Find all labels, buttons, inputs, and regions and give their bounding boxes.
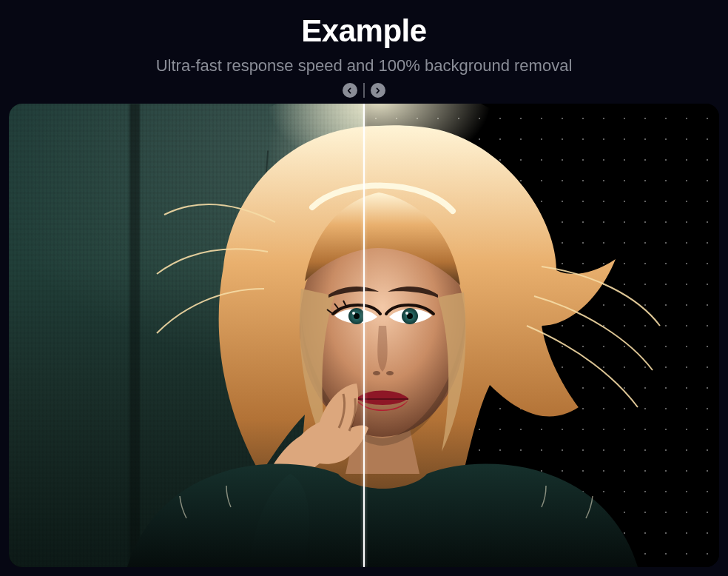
before-after-comparison[interactable]: [9, 104, 719, 567]
page-subtitle: Ultra-fast response speed and 100% backg…: [156, 56, 573, 76]
example-nav: [156, 83, 573, 98]
chevron-right-icon: [374, 87, 381, 94]
nav-divider: [363, 83, 365, 98]
next-example-button[interactable]: [371, 83, 385, 98]
chevron-left-icon: [346, 87, 353, 94]
comparison-slider[interactable]: [363, 104, 365, 567]
prev-example-button[interactable]: [343, 83, 357, 98]
page-title: Example: [156, 13, 573, 49]
